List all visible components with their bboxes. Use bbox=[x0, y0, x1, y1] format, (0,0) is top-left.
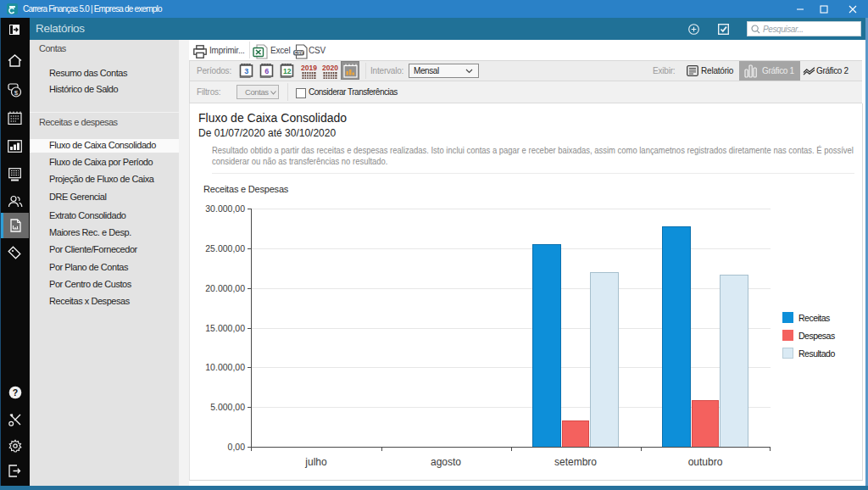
svg-text:2020: 2020 bbox=[322, 64, 338, 72]
svg-text:$: $ bbox=[14, 89, 19, 97]
svg-text:12: 12 bbox=[283, 67, 292, 75]
svg-text:?: ? bbox=[13, 387, 18, 398]
svg-text:3: 3 bbox=[244, 67, 248, 75]
svg-text:CSV: CSV bbox=[294, 50, 303, 55]
svg-text:2019: 2019 bbox=[301, 64, 317, 72]
svg-text:6: 6 bbox=[264, 67, 269, 75]
